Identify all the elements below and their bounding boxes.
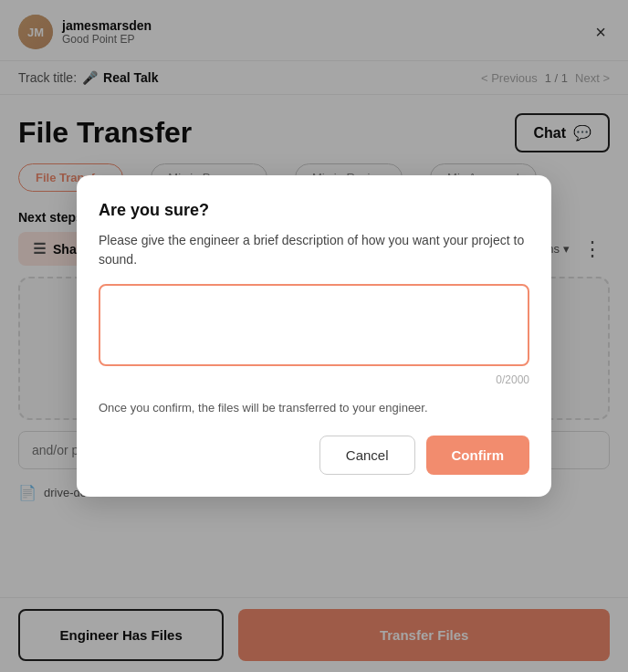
modal-description: Please give the engineer a brief descrip…	[99, 231, 529, 269]
main-container: JM jamesmarsden Good Point EP × Track ti…	[0, 0, 628, 672]
modal-buttons: Cancel Confirm	[99, 436, 529, 475]
char-count: 0/2000	[99, 373, 529, 386]
confirmation-modal: Are you sure? Please give the engineer a…	[77, 175, 551, 497]
description-textarea[interactable]	[99, 284, 529, 366]
cancel-button[interactable]: Cancel	[319, 436, 415, 475]
modal-footer-text: Once you confirm, the files will be tran…	[99, 399, 529, 417]
modal-overlay: Are you sure? Please give the engineer a…	[0, 0, 628, 672]
confirm-button[interactable]: Confirm	[426, 436, 530, 475]
modal-title: Are you sure?	[99, 201, 529, 220]
